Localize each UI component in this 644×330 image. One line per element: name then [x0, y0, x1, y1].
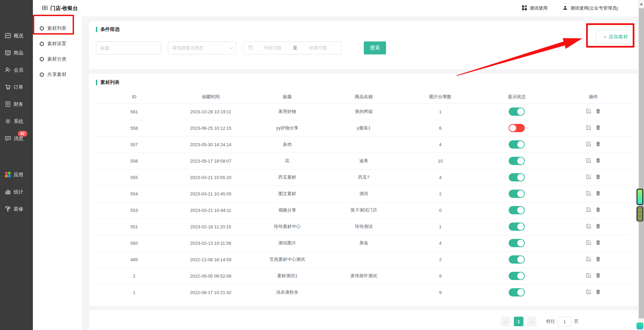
delete-icon[interactable] [595, 125, 601, 130]
edit-icon[interactable] [586, 240, 592, 245]
material-title: yy好物分享 [249, 120, 325, 136]
visibility-toggle[interactable] [509, 173, 525, 181]
add-material-button[interactable]: + 添加素材 [596, 30, 636, 44]
edit-icon[interactable] [586, 272, 592, 278]
sidebar-item-goods[interactable]: 商品 [0, 45, 33, 62]
visibility-toggle[interactable] [509, 124, 525, 132]
extension-chip-teal [636, 322, 643, 329]
material-product [325, 284, 402, 301]
delete-icon[interactable] [595, 141, 601, 147]
user-menu[interactable]: 测试使用(公众号管理员) [562, 5, 618, 12]
visibility-toggle[interactable] [509, 272, 525, 280]
delete-icon[interactable] [595, 289, 601, 295]
row-actions [555, 202, 632, 218]
material-shares: 2 [402, 186, 479, 202]
material-product: 玲玲测试 [325, 218, 402, 235]
delete-icon[interactable] [595, 256, 601, 262]
material-shares: 0 [402, 202, 479, 218]
sidebar-item-messages[interactable]: 消息 62 [0, 130, 33, 147]
visibility-toggle[interactable] [509, 206, 525, 214]
delete-icon[interactable] [595, 207, 601, 213]
visibility-toggle[interactable] [509, 157, 525, 165]
sidebar-item-label: 概况 [14, 33, 23, 39]
sidebar-item-orders[interactable]: 订单 [0, 79, 33, 96]
sidebar-item-finance[interactable]: 财务 [0, 96, 33, 113]
col-id: ID [96, 90, 172, 103]
visibility-toggle[interactable] [509, 255, 525, 264]
material-shares: 4 [402, 235, 479, 251]
material-shares: 1 [402, 103, 479, 120]
material-shares: 10 [402, 153, 479, 169]
visibility-toggle[interactable] [509, 107, 525, 116]
goto-page-input[interactable] [558, 317, 571, 326]
sidebar-item-label: 系统 [14, 118, 23, 125]
delete-icon[interactable] [595, 190, 601, 196]
date-range-picker[interactable]: 开始日期 至 结束日期 [243, 41, 342, 54]
overview-icon [4, 32, 11, 40]
page-1-button[interactable]: 1 [514, 317, 523, 326]
edit-icon[interactable] [586, 256, 592, 262]
material-created: 2023-03-21 10:45:00 [172, 186, 249, 202]
edit-icon[interactable] [586, 157, 592, 163]
delete-icon[interactable] [595, 272, 601, 278]
plus-icon: + [604, 34, 606, 40]
edit-icon[interactable] [586, 141, 592, 147]
scroll-up-arrow[interactable] [640, 3, 643, 5]
table-row: 4852022-12-08 18:14:59宝燕素材中心测试2 [96, 251, 632, 268]
material-shares: 4 [402, 169, 479, 186]
sidebar-item-overview[interactable]: 概况 [0, 27, 33, 45]
storefront-icon [42, 5, 48, 12]
submenu-item-material-settings[interactable]: 素材设置 [33, 36, 82, 51]
status-select[interactable]: 请选择显示状态 [168, 41, 236, 54]
sidebar-item-apps[interactable]: 应用 [0, 166, 33, 183]
material-shares: 9 [402, 268, 479, 284]
delete-icon[interactable] [595, 223, 601, 229]
edit-icon[interactable] [586, 125, 592, 130]
material-product: 西瓜? [325, 169, 402, 186]
main-content: 条件筛选 请选择显示状态 开始日期 至 结束日期 搜索 [82, 16, 644, 330]
submenu-item-material-list[interactable]: 素材列表 [33, 21, 82, 36]
delete-icon[interactable] [595, 240, 601, 245]
toggle-knob [509, 125, 516, 131]
edit-icon[interactable] [586, 174, 592, 180]
edit-icon[interactable] [586, 289, 592, 295]
sidebar-item-members[interactable]: 会员 [0, 62, 33, 79]
delete-icon[interactable] [595, 157, 601, 163]
workspace-switcher[interactable]: 测试使用 [522, 5, 547, 12]
prev-page-button[interactable]: ‹ [501, 317, 510, 326]
edit-icon[interactable] [586, 190, 592, 196]
material-visibility-cell [479, 235, 555, 251]
edit-icon[interactable] [586, 207, 592, 213]
pagination-bar: ‹ 1 › 前往 页 [89, 310, 639, 330]
material-product: 家伟茶叶测试 [325, 268, 402, 284]
material-created: 2023-02-13 10:11:56 [172, 235, 249, 251]
visibility-toggle[interactable] [509, 288, 525, 296]
visibility-toggle[interactable] [509, 140, 525, 149]
visibility-toggle[interactable] [509, 239, 525, 247]
next-page-button[interactable]: › [527, 317, 536, 326]
browser-scrollbar[interactable] [638, 0, 644, 330]
sidebar-item-decorate[interactable]: 装修 [0, 201, 33, 218]
visibility-toggle[interactable] [509, 223, 525, 231]
sidebar-item-stats[interactable]: 统计 [0, 183, 33, 201]
submenu-item-shared-material[interactable]: 共享素材 [33, 67, 82, 82]
title-filter-input[interactable] [96, 41, 161, 54]
material-shares: 6 [402, 120, 479, 136]
material-id: 550 [96, 235, 172, 251]
edit-icon[interactable] [586, 108, 592, 114]
delete-icon[interactable] [595, 174, 601, 180]
visibility-toggle[interactable] [509, 190, 525, 198]
material-shares: 2 [402, 251, 479, 268]
goods-icon [4, 49, 11, 57]
row-actions [555, 218, 632, 235]
sidebar-item-system[interactable]: 系统 [0, 113, 33, 130]
material-id: 2 [96, 268, 172, 284]
material-created: 2023-06-25 10:12:15 [172, 120, 249, 136]
submenu-item-material-category[interactable]: 素材分类 [33, 51, 82, 67]
material-title: 素材测试1 [249, 268, 325, 284]
search-button[interactable]: 搜索 [364, 41, 386, 54]
scrollbar-thumb[interactable] [639, 8, 644, 318]
delete-icon[interactable] [595, 108, 601, 114]
edit-icon[interactable] [586, 223, 592, 229]
col-visibility: 显示状态 [479, 90, 555, 103]
